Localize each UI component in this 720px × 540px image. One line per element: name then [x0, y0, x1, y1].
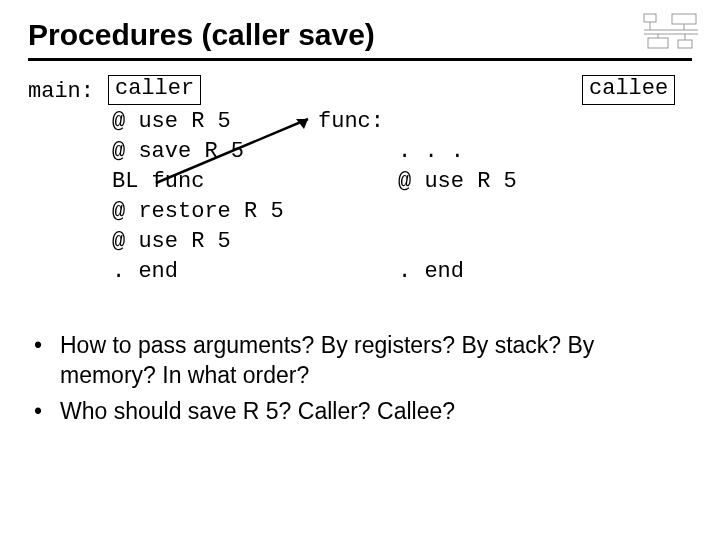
- svg-rect-1: [672, 14, 696, 24]
- func-line-3: . end: [398, 257, 464, 287]
- main-line-5: @ use R 5: [112, 227, 231, 257]
- svg-rect-7: [678, 40, 692, 48]
- main-line-3: BL func: [112, 167, 204, 197]
- main-line-6: . end: [112, 257, 178, 287]
- title-rule: [28, 58, 692, 61]
- code-area: main: caller @ use R 5 @ save R 5 BL fun…: [28, 75, 692, 325]
- bullet-1: • How to pass arguments? By registers? B…: [34, 331, 692, 391]
- bullet-2: • Who should save R 5? Caller? Callee?: [34, 397, 692, 427]
- func-line-2: @ use R 5: [398, 167, 517, 197]
- func-label: func:: [318, 107, 384, 137]
- page-title: Procedures (caller save): [28, 18, 692, 52]
- main-line-1: @ use R 5: [112, 107, 231, 137]
- callee-box: callee: [582, 75, 675, 105]
- func-line-1: . . .: [398, 137, 464, 167]
- bullet-dot-icon: •: [34, 397, 60, 427]
- svg-marker-11: [296, 119, 308, 129]
- main-line-2: @ save R 5: [112, 137, 244, 167]
- computer-diagram-icon: [642, 12, 702, 56]
- svg-rect-0: [644, 14, 656, 22]
- caller-box: caller: [108, 75, 201, 105]
- svg-rect-6: [648, 38, 668, 48]
- bullet-list: • How to pass arguments? By registers? B…: [34, 331, 692, 427]
- main-line-4: @ restore R 5: [112, 197, 284, 227]
- slide: Procedures (caller save) main: caller @ …: [0, 0, 720, 540]
- bullet-dot-icon: •: [34, 331, 60, 391]
- bullet-2-text: Who should save R 5? Caller? Callee?: [60, 397, 455, 427]
- bullet-1-text: How to pass arguments? By registers? By …: [60, 331, 692, 391]
- main-label: main:: [28, 77, 94, 107]
